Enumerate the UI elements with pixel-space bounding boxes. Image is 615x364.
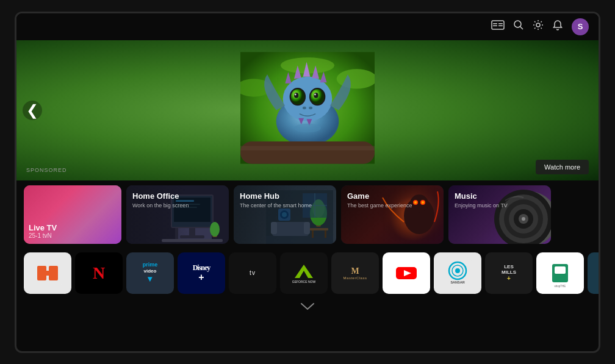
svg-point-30 [309,106,312,109]
hero-dragon-image [240,47,375,169]
svg-point-58 [282,212,287,217]
app-geforce-now[interactable]: GEFORCE NOW [280,252,328,294]
hero-banner: ❮ SPONSORED Watch more [16,40,599,180]
svg-rect-47 [272,222,309,236]
svg-point-24 [295,93,297,95]
svg-rect-79 [41,271,54,276]
tv-screen: S [15,12,600,353]
netflix-logo: N [93,263,105,283]
app-sansar[interactable]: SANSAR [434,252,481,294]
bell-icon[interactable] [552,20,563,34]
bottom-scroll-arrow[interactable] [16,298,599,316]
svg-text:GEFORCE NOW: GEFORCE NOW [292,280,316,284]
app-ch[interactable] [24,252,71,294]
card-live-tv-subtitle: 25-1 tvN [29,232,117,239]
svg-rect-3 [498,23,503,24]
card-home-hub[interactable]: Home Hub The center of the smart home [234,185,336,244]
feature-cards-row: LIVE Live TV 25-1 tvN [16,180,599,249]
card-game[interactable]: Game The best game experience [341,185,444,244]
subtitles-icon[interactable] [491,20,505,33]
card-home-office-title: Home Office [132,191,223,201]
svg-rect-0 [492,21,504,29]
apps-row: N prime video ▾ Disney + tv [16,249,599,298]
svg-rect-50 [310,228,328,230]
svg-rect-33 [240,146,375,150]
svg-point-29 [303,106,306,109]
card-live-tv[interactable]: LIVE Live TV 25-1 tvN [24,185,121,244]
sponsored-label: SPONSORED [26,167,67,173]
app-prime-video[interactable]: prime video ▾ [126,252,174,294]
svg-line-6 [520,27,523,30]
svg-text:shopTHE: shopTHE [555,285,566,288]
header-bar: S [16,13,599,40]
app-apple-tv[interactable]: tv [229,252,276,294]
svg-point-89 [455,268,460,273]
card-game-title: Game [347,191,437,201]
app-masterclass[interactable]: M MasterClass [331,252,379,294]
svg-rect-42 [162,239,223,242]
svg-rect-52 [325,230,326,238]
watch-more-button[interactable]: Watch more [536,160,589,174]
prime-logo: prime video ▾ [143,262,158,284]
search-icon[interactable] [513,20,524,34]
svg-rect-41 [180,235,204,238]
svg-point-7 [536,23,540,27]
svg-point-27 [314,93,318,98]
app-shop-the[interactable]: shopTHE [536,252,584,294]
svg-point-23 [294,93,298,98]
app-disney-plus[interactable]: Disney + [178,252,225,294]
svg-rect-1 [493,23,497,24]
svg-rect-4 [498,26,503,27]
card-home-office-subtitle: Work on the big screen [132,202,223,209]
card-home-office[interactable]: Home Office Work on the big screen [126,185,229,244]
hero-prev-button[interactable]: ❮ [23,101,42,120]
svg-rect-93 [555,266,566,274]
settings-icon[interactable] [533,20,544,34]
svg-point-28 [314,93,316,95]
svg-rect-48 [271,222,277,234]
profile-avatar[interactable]: S [572,18,589,35]
app-netflix[interactable]: N [75,252,123,294]
app-youtube[interactable] [383,252,430,294]
app-lesmills[interactable]: LES MILLS + [485,252,533,294]
card-home-hub-title: Home Hub [240,191,330,201]
svg-rect-45 [266,236,333,244]
card-live-tv-title: Live TV [29,223,117,232]
card-music-title: Music [455,191,545,201]
svg-point-31 [294,123,321,132]
svg-rect-40 [189,228,195,235]
svg-rect-32 [240,141,375,164]
svg-point-44 [210,222,220,237]
app-apps-button[interactable]: APPS [588,252,599,294]
svg-rect-2 [493,26,497,27]
card-music-subtitle: Enjoying music on TV [455,202,545,209]
card-home-hub-subtitle: The center of the smart home [240,202,330,209]
card-music[interactable]: Music Enjoying music on TV [448,185,551,244]
card-game-subtitle: The best game experience [347,202,437,209]
svg-rect-51 [312,230,314,238]
svg-point-75 [522,217,525,221]
svg-point-5 [514,21,521,27]
svg-text:SANSAR: SANSAR [450,280,464,284]
svg-rect-49 [304,222,310,234]
